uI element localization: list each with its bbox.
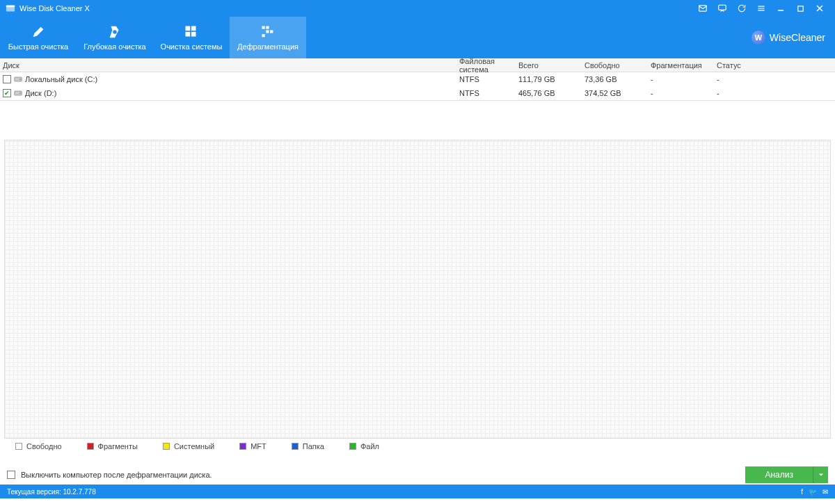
swatch-folder [292,443,299,450]
row-checkbox[interactable]: ✔ [3,89,11,97]
col-header-total[interactable]: Всего [518,61,584,70]
menu-icon[interactable] [752,0,771,17]
main-toolbar: Быстрая очистка Глубокая очистка Очистка… [0,17,835,58]
facebook-icon[interactable]: f [801,488,803,496]
version-label: Текущая версия: 10.2.7.778 [7,488,96,496]
table-row[interactable]: Локальный диск (C:) NTFS 111,79 GB 73,36… [0,72,835,86]
disk-table-header: Диск Файловая система Всего Свободно Фра… [0,58,835,72]
cell-frag: - [651,89,717,97]
cell-total: 111,79 GB [518,75,584,83]
swatch-mft [239,443,246,450]
cell-status: - [717,75,835,83]
title-bar: Wise Disk Cleaner X [0,0,835,17]
app-icon [6,3,15,13]
shutdown-checkbox[interactable] [7,471,15,479]
legend-free: Свободно [26,442,62,450]
svg-rect-7 [186,32,191,37]
cell-free: 73,36 GB [584,75,651,83]
table-row[interactable]: ✔ Диск (D:) NTFS 465,76 GB 374,52 GB - - [0,86,835,100]
svg-rect-11 [270,30,273,33]
swatch-fragments [87,443,94,450]
cell-total: 465,76 GB [518,89,584,97]
defrag-map [4,140,831,439]
tab-quick-clean[interactable]: Быстрая очистка [0,17,77,58]
disk-name: Диск (D:) [25,89,56,97]
svg-rect-9 [262,26,265,29]
mail-icon[interactable] [693,0,713,17]
legend-fragments: Фрагменты [98,442,138,450]
tab-defrag[interactable]: Дефрагментация [230,17,306,58]
status-bar: Текущая версия: 10.2.7.778 f 🐦 ✉ [0,485,835,498]
close-button[interactable] [810,0,829,17]
tab-label: Быстрая очистка [8,42,68,51]
brand-area[interactable]: W WiseCleaner [752,17,835,58]
col-header-fs[interactable]: Файловая система [459,57,518,74]
action-bar: Выключить компьютер после дефрагментации… [0,465,835,485]
cell-free: 374,52 GB [584,89,651,97]
minimize-button[interactable] [771,0,790,17]
twitter-icon[interactable]: 🐦 [809,488,817,496]
col-header-disk[interactable]: Диск [0,61,459,70]
legend-folder: Папка [303,442,324,450]
col-header-frag[interactable]: Фрагментация [651,61,717,70]
col-header-free[interactable]: Свободно [584,61,651,70]
social-links: f 🐦 ✉ [801,488,828,496]
svg-rect-4 [797,6,802,10]
col-header-status[interactable]: Статус [717,61,835,70]
mail-small-icon[interactable]: ✉ [822,488,828,496]
refresh-icon[interactable] [732,0,752,17]
drive-icon [14,89,22,97]
svg-rect-6 [191,26,196,31]
svg-rect-1 [6,6,15,8]
row-checkbox[interactable] [3,75,11,83]
brand-logo-icon: W [752,31,765,44]
analyze-button-group: Анализ [745,466,828,483]
svg-rect-8 [191,32,196,37]
cell-fs: NTFS [459,89,518,97]
svg-rect-12 [262,34,265,37]
drive-icon [14,75,22,83]
tab-label: Очистка системы [161,42,223,51]
cell-fs: NTFS [459,75,518,83]
cell-status: - [717,89,835,97]
defrag-icon [260,24,276,40]
app-title: Wise Disk Cleaner X [19,4,90,13]
analyze-dropdown[interactable] [813,466,828,483]
tab-label: Глубокая очистка [84,42,145,51]
legend-mft: MFT [250,442,267,450]
brand-label: WiseCleaner [770,32,825,43]
svg-point-17 [19,92,21,94]
disk-name: Локальный диск (C:) [25,75,97,83]
swatch-file [349,443,356,450]
svg-rect-13 [266,30,269,33]
svg-point-15 [19,79,21,80]
legend: Свободно Фрагменты Системный MFT Папка Ф… [0,439,835,454]
svg-rect-3 [719,5,726,10]
tab-deep-clean[interactable]: Глубокая очистка [77,17,153,58]
analyze-button[interactable]: Анализ [745,466,813,483]
svg-rect-5 [186,26,191,31]
shutdown-label: Выключить компьютер после дефрагментации… [21,471,212,479]
tab-label: Дефрагментация [237,42,299,51]
analyze-button-label: Анализ [765,470,793,480]
brush-icon [31,24,46,40]
disk-table: Диск Файловая система Всего Свободно Фра… [0,58,835,101]
tab-system-clean[interactable]: Очистка системы [153,17,230,58]
feedback-icon[interactable] [713,0,732,17]
svg-rect-10 [266,26,269,29]
cell-frag: - [651,75,717,83]
legend-system: Системный [174,442,214,450]
swatch-system [163,443,170,450]
maximize-button[interactable] [790,0,810,17]
windows-icon [184,24,199,40]
deep-clean-icon [107,24,122,40]
legend-file: Файл [360,442,379,450]
swatch-free [15,443,22,450]
